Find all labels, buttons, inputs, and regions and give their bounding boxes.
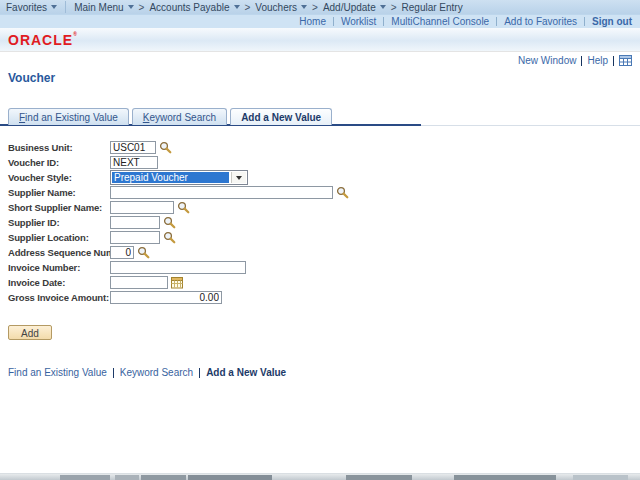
dropdown-arrow-icon [236,176,242,180]
sign-out-link[interactable]: Sign out [592,16,632,27]
breadcrumb-separator: > [139,2,145,13]
supplier-location-label: Supplier Location: [8,232,110,243]
crumb-label: Accounts Payable [149,2,229,13]
tab-label: Keyword Search [143,112,216,123]
form-row-voucher-style: Voucher Style: Prepaid Voucher [8,170,608,185]
address-sequence-number-label: Address Sequence Number: [8,247,110,258]
short-supplier-name-lookup-icon[interactable] [177,201,190,214]
chevron-down-icon [234,5,240,9]
form-row-supplier-id: Supplier ID: [8,215,608,230]
crumb-label: Regular Entry [402,2,463,13]
short-supplier-name-input[interactable] [110,201,174,214]
tab-add-new-value[interactable]: Add a New Value [230,108,332,125]
help-link[interactable]: Help [587,55,608,66]
breadcrumb-separator: > [391,2,397,13]
taskbar-segment [346,475,412,480]
supplier-id-lookup-icon[interactable] [163,216,176,229]
voucher-id-label: Voucher ID: [8,157,110,168]
invoice-date-input[interactable] [110,276,168,289]
voucher-style-label: Voucher Style: [8,172,110,183]
chevron-down-icon [51,5,57,9]
gross-invoice-amount-label: Gross Invoice Amount: [8,292,110,303]
business-unit-input[interactable] [110,141,156,154]
tab-find-existing-value[interactable]: Find an Existing Value [8,108,129,125]
divider [584,17,585,26]
supplier-id-label: Supplier ID: [8,217,110,228]
multichannel-console-link[interactable]: MultiChannel Console [391,16,489,27]
invoice-date-calendar-icon[interactable] [171,276,183,289]
crumb-label: Add/Update [323,2,376,13]
add-to-favorites-link[interactable]: Add to Favorites [504,16,577,27]
divider [199,368,200,378]
logo-band: ORACLE® [0,28,640,52]
main-menu[interactable]: Main Menu [74,2,133,13]
footer-link-keyword-search[interactable]: Keyword Search [120,367,193,378]
supplier-location-lookup-icon[interactable] [163,231,176,244]
crumb-add-update[interactable]: Add/Update [323,2,386,13]
business-unit-lookup-icon[interactable] [159,141,172,154]
invoice-date-label: Invoice Date: [8,277,110,288]
crumb-regular-entry[interactable]: Regular Entry [402,2,463,13]
short-supplier-name-label: Short Supplier Name: [8,202,110,213]
oracle-logo: ORACLE® [8,32,78,48]
oracle-logo-text: ORACLE [8,32,73,48]
taskbar-segment [141,475,186,480]
invoice-number-label: Invoice Number: [8,262,110,273]
breadcrumb-separator: > [312,2,318,13]
business-unit-label: Business Unit: [8,142,110,153]
taskbar-segment [573,475,628,480]
breadcrumb: Favorites Main Menu > Accounts Payable >… [0,0,640,14]
supplier-name-label: Supplier Name: [8,187,110,198]
supplier-name-input[interactable] [110,186,333,199]
footer-links: Find an Existing Value Keyword Search Ad… [8,367,286,378]
invoice-number-input[interactable] [110,261,246,274]
gross-invoice-amount-input[interactable] [110,291,222,304]
crumb-vouchers[interactable]: Vouchers [255,2,307,13]
taskbar-sliver [0,473,640,480]
footer-link-add-new-value[interactable]: Add a New Value [206,367,286,378]
voucher-style-select[interactable]: Prepaid Voucher [110,170,248,185]
registered-mark: ® [73,31,78,37]
tab-strip: Find an Existing Value Keyword Search Ad… [8,108,332,125]
form-row-supplier-location: Supplier Location: [8,230,608,245]
supplier-location-input[interactable] [110,231,160,244]
divider [383,17,384,26]
supplier-name-lookup-icon[interactable] [336,186,349,199]
favorites-menu[interactable]: Favorites [6,2,57,13]
supplier-id-input[interactable] [110,216,160,229]
voucher-style-selected-value: Prepaid Voucher [112,172,229,183]
form-row-supplier-name: Supplier Name: [8,185,608,200]
address-sequence-number-input[interactable] [110,246,134,259]
worklist-link[interactable]: Worklist [341,16,376,27]
voucher-style-dropdown-button[interactable] [231,172,246,183]
form-row-short-supplier-name: Short Supplier Name: [8,200,608,215]
chevron-down-icon [128,5,134,9]
add-search-form: Business Unit: Voucher ID: Voucher Style… [8,140,608,305]
divider [65,1,66,13]
divider [496,17,497,26]
form-row-gross-invoice-amount: Gross Invoice Amount: [8,290,608,305]
divider [581,56,582,66]
divider [333,17,334,26]
main-menu-label: Main Menu [74,2,123,13]
voucher-add-page: { "topbar": { "favorites": "Favorites", … [0,0,640,480]
crumb-accounts-payable[interactable]: Accounts Payable [149,2,239,13]
utility-links: New Window Help [518,55,632,66]
footer-link-find-existing-value[interactable]: Find an Existing Value [8,367,107,378]
address-sequence-number-lookup-icon[interactable] [137,246,150,259]
crumb-label: Vouchers [255,2,297,13]
add-button[interactable]: Add [8,325,52,340]
page-title: Voucher [8,71,55,85]
new-window-link[interactable]: New Window [518,55,576,66]
taskbar-segment [60,475,110,480]
chevron-down-icon [380,5,386,9]
form-row-business-unit: Business Unit: [8,140,608,155]
taskbar-segment [115,475,139,480]
divider [613,56,614,66]
voucher-id-input[interactable] [110,156,158,169]
personalize-grid-icon[interactable] [619,55,632,66]
breadcrumb-separator: > [245,2,251,13]
taskbar-segment [454,475,556,480]
home-link[interactable]: Home [299,16,326,27]
tab-keyword-search[interactable]: Keyword Search [132,108,227,125]
